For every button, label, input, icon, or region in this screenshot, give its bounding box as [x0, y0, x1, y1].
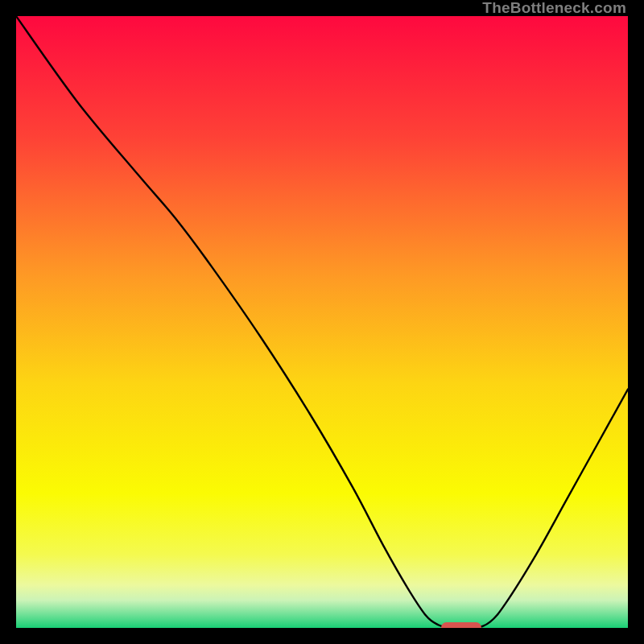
- watermark-text: TheBottleneck.com: [482, 0, 626, 16]
- optimal-zone-marker: [441, 622, 481, 628]
- plot-area: [16, 16, 628, 628]
- bottleneck-curve: [16, 16, 628, 628]
- chart-container: TheBottleneck.com: [0, 0, 644, 644]
